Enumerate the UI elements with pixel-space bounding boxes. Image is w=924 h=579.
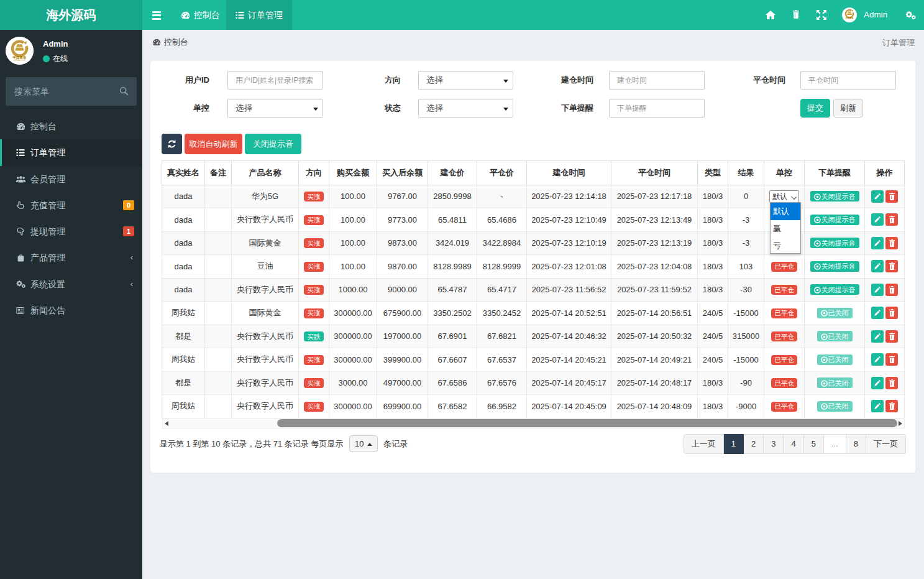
svg-text:CHINA GOLD: CHINA GOLD — [14, 59, 26, 62]
svg-text:中国黄金: 中国黄金 — [846, 17, 854, 19]
